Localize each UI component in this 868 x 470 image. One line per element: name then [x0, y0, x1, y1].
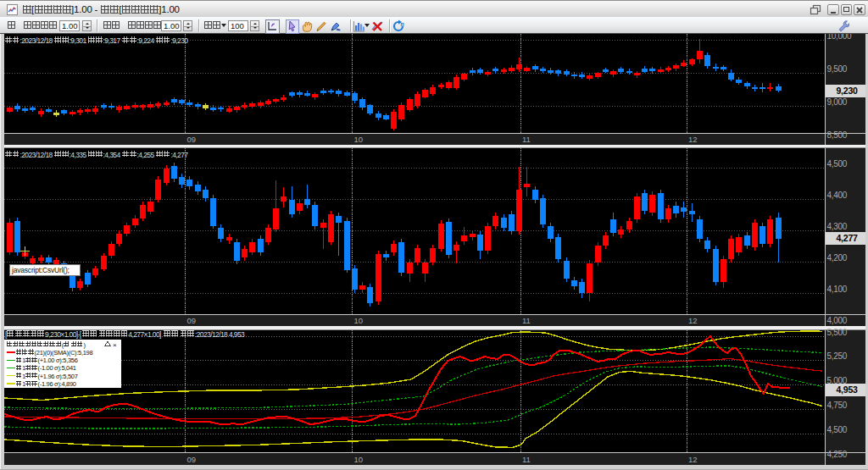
svg-text:9,500: 9,500: [827, 64, 848, 74]
svg-text:10: 10: [354, 316, 364, 325]
svg-text:4,500: 4,500: [827, 425, 848, 434]
svg-text:1: 1: [22, 373, 25, 380]
svg-text:8,500: 8,500: [827, 130, 848, 140]
svg-text::4,335: :4,335: [70, 151, 87, 159]
svg-text:(+1.96 σ):5,507: (+1.96 σ):5,507: [38, 373, 78, 380]
svg-text:R: R: [401, 22, 405, 27]
svg-text:(+1.00 σ):5,356: (+1.00 σ):5,356: [38, 357, 78, 364]
svg-text:4,953: 4,953: [836, 384, 858, 395]
svg-text:9,230×1.00]-[: 9,230×1.00]-[: [45, 330, 82, 339]
svg-text:×: ×: [113, 341, 117, 349]
svg-text:12: 12: [688, 135, 698, 144]
svg-text:javascript:CsvUrl();: javascript:CsvUrl();: [11, 266, 70, 274]
svg-text:(-1.00 σ):5,041: (-1.00 σ):5,041: [38, 364, 76, 372]
svg-text:1: 1: [22, 357, 25, 364]
svg-text:9,000: 9,000: [827, 97, 848, 107]
svg-text:4,000: 4,000: [827, 316, 848, 325]
svg-text:10: 10: [354, 455, 364, 464]
svg-text:4,750: 4,750: [827, 401, 848, 410]
svg-text:11: 11: [522, 455, 531, 464]
svg-text:12: 12: [688, 316, 698, 325]
svg-text::2023/12/18: :2023/12/18: [19, 36, 53, 45]
svg-text:9,230: 9,230: [836, 86, 858, 96]
svg-text:12: 12: [688, 455, 698, 464]
svg-text::4,277: :4,277: [170, 151, 188, 159]
svg-text:11: 11: [522, 135, 531, 144]
svg-text:4,400: 4,400: [827, 191, 848, 200]
svg-text:10: 10: [354, 135, 364, 144]
svg-text:1: 1: [22, 364, 25, 372]
svg-text:4,277: 4,277: [836, 233, 858, 243]
svg-text:5,250: 5,250: [827, 351, 848, 361]
svg-text::9,224: :9,224: [137, 36, 155, 45]
svg-text:5,500: 5,500: [827, 328, 848, 337]
svg-text:4,277×1.00]: 4,277×1.00]: [128, 330, 161, 339]
svg-text::4,354: :4,354: [103, 151, 121, 159]
svg-text:09: 09: [187, 135, 197, 144]
svg-text:1: 1: [22, 380, 25, 388]
svg-text::2023/12/18: :2023/12/18: [19, 151, 53, 159]
svg-text:4,200: 4,200: [827, 253, 848, 263]
svg-text:11: 11: [522, 316, 531, 325]
svg-text:(21)(0)(SMA)(C):5,198: (21)(0)(SMA)(C):5,198: [35, 349, 93, 357]
svg-text:09: 09: [187, 455, 197, 464]
svg-text::9,317: :9,317: [103, 36, 121, 45]
svg-text:4,100: 4,100: [827, 285, 848, 294]
svg-text::9,301: :9,301: [70, 36, 87, 45]
svg-text::9,230: :9,230: [170, 36, 188, 45]
svg-text:4,300: 4,300: [827, 222, 848, 231]
svg-text:(-1.96 σ):4,890: (-1.96 σ):4,890: [38, 380, 76, 388]
svg-text::2023/12/18 4,953: :2023/12/18 4,953: [195, 330, 245, 339]
svg-text:4,250: 4,250: [827, 450, 848, 459]
svg-text:09: 09: [187, 316, 197, 325]
svg-text::4,255: :4,255: [137, 151, 155, 159]
svg-text:4,500: 4,500: [827, 159, 848, 169]
svg-text:10,000: 10,000: [827, 34, 853, 41]
